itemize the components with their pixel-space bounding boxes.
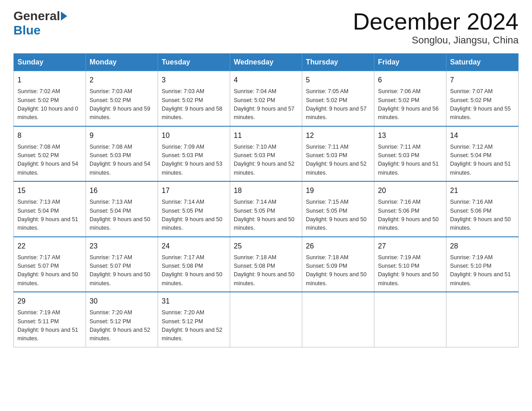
day-number: 28	[450, 241, 515, 252]
calendar-week-row: 29Sunrise: 7:19 AMSunset: 5:11 PMDayligh…	[14, 292, 519, 347]
calendar-cell: 15Sunrise: 7:13 AMSunset: 5:04 PMDayligh…	[14, 181, 86, 237]
calendar-cell: 30Sunrise: 7:20 AMSunset: 5:12 PMDayligh…	[86, 292, 158, 347]
day-info: Sunrise: 7:11 AMSunset: 5:03 PMDaylight:…	[378, 143, 442, 178]
day-number: 15	[17, 185, 82, 196]
day-info: Sunrise: 7:17 AMSunset: 5:07 PMDaylight:…	[17, 253, 82, 288]
logo-triangle-icon	[61, 12, 67, 21]
day-info: Sunrise: 7:05 AMSunset: 5:02 PMDaylight:…	[306, 87, 370, 122]
calendar-cell: 16Sunrise: 7:13 AMSunset: 5:04 PMDayligh…	[86, 181, 158, 237]
day-number: 1	[17, 75, 82, 86]
column-header-saturday: Saturday	[446, 54, 519, 71]
day-number: 4	[234, 75, 298, 86]
day-info: Sunrise: 7:08 AMSunset: 5:02 PMDaylight:…	[17, 143, 82, 178]
day-number: 25	[234, 241, 298, 252]
column-header-sunday: Sunday	[14, 54, 86, 71]
day-info: Sunrise: 7:14 AMSunset: 5:05 PMDaylight:…	[234, 198, 298, 233]
calendar-cell: 18Sunrise: 7:14 AMSunset: 5:05 PMDayligh…	[230, 181, 302, 237]
day-info: Sunrise: 7:04 AMSunset: 5:02 PMDaylight:…	[234, 87, 298, 122]
calendar-cell: 2Sunrise: 7:03 AMSunset: 5:02 PMDaylight…	[86, 71, 158, 126]
day-info: Sunrise: 7:09 AMSunset: 5:03 PMDaylight:…	[162, 143, 226, 178]
calendar-cell: 24Sunrise: 7:17 AMSunset: 5:08 PMDayligh…	[158, 237, 230, 292]
day-info: Sunrise: 7:20 AMSunset: 5:12 PMDaylight:…	[90, 308, 154, 343]
calendar-cell: 31Sunrise: 7:20 AMSunset: 5:12 PMDayligh…	[158, 292, 230, 347]
calendar-week-row: 22Sunrise: 7:17 AMSunset: 5:07 PMDayligh…	[14, 237, 519, 292]
day-number: 26	[306, 241, 370, 252]
column-header-wednesday: Wednesday	[230, 54, 302, 71]
day-number: 7	[450, 75, 515, 86]
calendar-cell: 26Sunrise: 7:18 AMSunset: 5:09 PMDayligh…	[302, 237, 374, 292]
day-number: 18	[234, 185, 298, 196]
day-number: 30	[90, 296, 154, 307]
day-number: 23	[90, 241, 154, 252]
day-info: Sunrise: 7:17 AMSunset: 5:07 PMDaylight:…	[90, 253, 154, 288]
calendar-cell	[374, 292, 446, 347]
day-number: 24	[162, 241, 226, 252]
day-info: Sunrise: 7:07 AMSunset: 5:02 PMDaylight:…	[450, 87, 515, 122]
column-header-tuesday: Tuesday	[158, 54, 230, 71]
calendar-cell: 23Sunrise: 7:17 AMSunset: 5:07 PMDayligh…	[86, 237, 158, 292]
day-number: 11	[234, 130, 298, 141]
calendar-cell: 12Sunrise: 7:11 AMSunset: 5:03 PMDayligh…	[302, 126, 374, 182]
day-info: Sunrise: 7:02 AMSunset: 5:02 PMDaylight:…	[17, 87, 82, 122]
calendar-cell: 22Sunrise: 7:17 AMSunset: 5:07 PMDayligh…	[14, 237, 86, 292]
day-number: 22	[17, 241, 82, 252]
day-number: 21	[450, 185, 515, 196]
day-number: 3	[162, 75, 226, 86]
day-number: 12	[306, 130, 370, 141]
day-info: Sunrise: 7:03 AMSunset: 5:02 PMDaylight:…	[90, 87, 154, 122]
calendar-cell: 13Sunrise: 7:11 AMSunset: 5:03 PMDayligh…	[374, 126, 446, 182]
day-info: Sunrise: 7:18 AMSunset: 5:09 PMDaylight:…	[306, 253, 370, 288]
day-info: Sunrise: 7:08 AMSunset: 5:03 PMDaylight:…	[90, 143, 154, 178]
day-info: Sunrise: 7:06 AMSunset: 5:02 PMDaylight:…	[378, 87, 442, 122]
column-header-thursday: Thursday	[302, 54, 374, 71]
calendar-week-row: 1Sunrise: 7:02 AMSunset: 5:02 PMDaylight…	[14, 71, 519, 126]
day-number: 20	[378, 185, 442, 196]
calendar-cell: 21Sunrise: 7:16 AMSunset: 5:06 PMDayligh…	[446, 181, 519, 237]
day-info: Sunrise: 7:16 AMSunset: 5:06 PMDaylight:…	[378, 198, 442, 233]
day-number: 31	[162, 296, 226, 307]
day-number: 27	[378, 241, 442, 252]
calendar-cell: 19Sunrise: 7:15 AMSunset: 5:05 PMDayligh…	[302, 181, 374, 237]
calendar-cell: 29Sunrise: 7:19 AMSunset: 5:11 PMDayligh…	[14, 292, 86, 347]
calendar-cell: 5Sunrise: 7:05 AMSunset: 5:02 PMDaylight…	[302, 71, 374, 126]
day-number: 29	[17, 296, 82, 307]
calendar-header-row: SundayMondayTuesdayWednesdayThursdayFrid…	[14, 54, 519, 71]
calendar-week-row: 15Sunrise: 7:13 AMSunset: 5:04 PMDayligh…	[14, 181, 519, 237]
calendar-cell: 9Sunrise: 7:08 AMSunset: 5:03 PMDaylight…	[86, 126, 158, 182]
title-area: December 2024 Songlou, Jiangsu, China	[353, 9, 519, 46]
day-info: Sunrise: 7:19 AMSunset: 5:10 PMDaylight:…	[450, 253, 515, 288]
column-header-friday: Friday	[374, 54, 446, 71]
calendar-cell: 10Sunrise: 7:09 AMSunset: 5:03 PMDayligh…	[158, 126, 230, 182]
calendar-cell: 6Sunrise: 7:06 AMSunset: 5:02 PMDaylight…	[374, 71, 446, 126]
day-number: 8	[17, 130, 82, 141]
day-number: 5	[306, 75, 370, 86]
calendar-cell	[446, 292, 519, 347]
calendar-cell: 17Sunrise: 7:14 AMSunset: 5:05 PMDayligh…	[158, 181, 230, 237]
calendar-cell: 1Sunrise: 7:02 AMSunset: 5:02 PMDaylight…	[14, 71, 86, 126]
calendar-cell: 3Sunrise: 7:03 AMSunset: 5:02 PMDaylight…	[158, 71, 230, 126]
logo: General Blue	[13, 9, 68, 38]
calendar-cell: 27Sunrise: 7:19 AMSunset: 5:10 PMDayligh…	[374, 237, 446, 292]
day-info: Sunrise: 7:17 AMSunset: 5:08 PMDaylight:…	[162, 253, 226, 288]
day-number: 14	[450, 130, 515, 141]
calendar-cell: 25Sunrise: 7:18 AMSunset: 5:08 PMDayligh…	[230, 237, 302, 292]
day-number: 17	[162, 185, 226, 196]
calendar-cell	[302, 292, 374, 347]
day-info: Sunrise: 7:20 AMSunset: 5:12 PMDaylight:…	[162, 308, 226, 343]
day-number: 9	[90, 130, 154, 141]
calendar-cell: 7Sunrise: 7:07 AMSunset: 5:02 PMDaylight…	[446, 71, 519, 126]
day-info: Sunrise: 7:18 AMSunset: 5:08 PMDaylight:…	[234, 253, 298, 288]
page-header: General Blue December 2024 Songlou, Jian…	[13, 9, 519, 46]
calendar-cell: 28Sunrise: 7:19 AMSunset: 5:10 PMDayligh…	[446, 237, 519, 292]
calendar-table: SundayMondayTuesdayWednesdayThursdayFrid…	[13, 53, 519, 347]
day-number: 16	[90, 185, 154, 196]
day-info: Sunrise: 7:11 AMSunset: 5:03 PMDaylight:…	[306, 143, 370, 178]
day-info: Sunrise: 7:15 AMSunset: 5:05 PMDaylight:…	[306, 198, 370, 233]
day-number: 13	[378, 130, 442, 141]
calendar-cell: 8Sunrise: 7:08 AMSunset: 5:02 PMDaylight…	[14, 126, 86, 182]
day-number: 6	[378, 75, 442, 86]
day-info: Sunrise: 7:14 AMSunset: 5:05 PMDaylight:…	[162, 198, 226, 233]
calendar-cell: 11Sunrise: 7:10 AMSunset: 5:03 PMDayligh…	[230, 126, 302, 182]
day-info: Sunrise: 7:19 AMSunset: 5:11 PMDaylight:…	[17, 308, 82, 343]
day-number: 19	[306, 185, 370, 196]
